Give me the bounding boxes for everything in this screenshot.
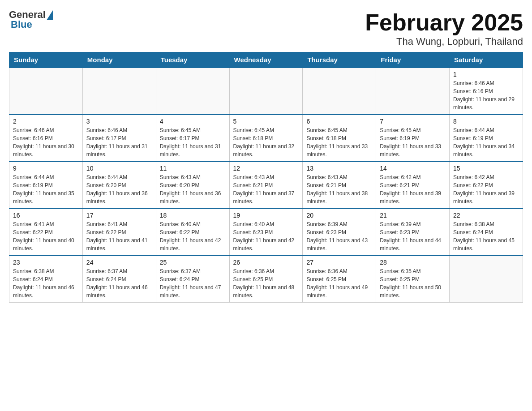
day-info: Sunrise: 6:36 AMSunset: 6:25 PMDaylight:… <box>233 267 299 300</box>
day-number: 24 <box>86 259 152 266</box>
day-number: 25 <box>160 259 226 266</box>
calendar-header-row: Sunday Monday Tuesday Wednesday Thursday… <box>9 52 523 68</box>
calendar-week-row: 16Sunrise: 6:41 AMSunset: 6:22 PMDayligh… <box>9 209 523 256</box>
day-number: 16 <box>13 212 79 219</box>
day-number: 22 <box>453 212 519 219</box>
day-number: 10 <box>86 165 152 172</box>
table-row: 2Sunrise: 6:46 AMSunset: 6:16 PMDaylight… <box>9 115 83 162</box>
day-info: Sunrise: 6:44 AMSunset: 6:20 PMDaylight:… <box>86 173 152 206</box>
table-row: 7Sunrise: 6:45 AMSunset: 6:19 PMDaylight… <box>376 115 450 162</box>
table-row: 23Sunrise: 6:38 AMSunset: 6:24 PMDayligh… <box>9 256 83 303</box>
table-row: 3Sunrise: 6:46 AMSunset: 6:17 PMDaylight… <box>82 115 156 162</box>
logo-triangle-icon <box>47 10 53 20</box>
day-info: Sunrise: 6:44 AMSunset: 6:19 PMDaylight:… <box>453 126 519 158</box>
day-number: 11 <box>160 165 226 172</box>
calendar-subtitle: Tha Wung, Lopburi, Thailand <box>365 36 523 47</box>
table-row: 28Sunrise: 6:35 AMSunset: 6:25 PMDayligh… <box>376 256 450 303</box>
day-number: 26 <box>233 259 299 266</box>
table-row <box>376 68 450 115</box>
logo: General Blue <box>9 9 53 30</box>
day-info: Sunrise: 6:38 AMSunset: 6:24 PMDaylight:… <box>453 220 519 253</box>
day-number: 17 <box>86 212 152 219</box>
day-info: Sunrise: 6:40 AMSunset: 6:23 PMDaylight:… <box>233 220 299 253</box>
header-monday: Monday <box>82 52 156 68</box>
calendar-week-row: 23Sunrise: 6:38 AMSunset: 6:24 PMDayligh… <box>9 256 523 303</box>
day-info: Sunrise: 6:44 AMSunset: 6:19 PMDaylight:… <box>13 173 79 206</box>
day-number: 2 <box>13 118 79 125</box>
day-number: 4 <box>160 118 226 125</box>
day-info: Sunrise: 6:39 AMSunset: 6:23 PMDaylight:… <box>380 220 446 253</box>
day-info: Sunrise: 6:43 AMSunset: 6:20 PMDaylight:… <box>160 173 226 206</box>
day-number: 7 <box>380 118 446 125</box>
table-row: 15Sunrise: 6:42 AMSunset: 6:22 PMDayligh… <box>450 162 523 209</box>
day-info: Sunrise: 6:45 AMSunset: 6:18 PMDaylight:… <box>233 126 299 158</box>
day-info: Sunrise: 6:35 AMSunset: 6:25 PMDaylight:… <box>380 267 446 300</box>
table-row <box>450 256 523 303</box>
day-number: 6 <box>306 118 372 125</box>
header-tuesday: Tuesday <box>156 52 229 68</box>
day-number: 3 <box>86 118 152 125</box>
day-number: 14 <box>380 165 446 172</box>
day-number: 28 <box>380 259 446 266</box>
day-info: Sunrise: 6:43 AMSunset: 6:21 PMDaylight:… <box>306 173 372 206</box>
calendar-week-row: 1Sunrise: 6:46 AMSunset: 6:16 PMDaylight… <box>9 68 523 115</box>
day-info: Sunrise: 6:39 AMSunset: 6:23 PMDaylight:… <box>306 220 372 253</box>
day-info: Sunrise: 6:37 AMSunset: 6:24 PMDaylight:… <box>86 267 152 300</box>
table-row <box>156 68 229 115</box>
header-friday: Friday <box>376 52 450 68</box>
day-number: 8 <box>453 118 519 125</box>
table-row: 17Sunrise: 6:41 AMSunset: 6:22 PMDayligh… <box>82 209 156 256</box>
table-row: 18Sunrise: 6:40 AMSunset: 6:22 PMDayligh… <box>156 209 229 256</box>
day-number: 19 <box>233 212 299 219</box>
table-row <box>229 68 303 115</box>
header-sunday: Sunday <box>9 52 83 68</box>
header-wednesday: Wednesday <box>229 52 303 68</box>
day-number: 12 <box>233 165 299 172</box>
table-row <box>9 68 83 115</box>
day-info: Sunrise: 6:46 AMSunset: 6:16 PMDaylight:… <box>453 79 519 111</box>
day-number: 21 <box>380 212 446 219</box>
table-row: 22Sunrise: 6:38 AMSunset: 6:24 PMDayligh… <box>450 209 523 256</box>
calendar-title: February 2025 <box>365 9 523 36</box>
day-number: 15 <box>453 165 519 172</box>
day-info: Sunrise: 6:38 AMSunset: 6:24 PMDaylight:… <box>13 267 79 300</box>
table-row: 14Sunrise: 6:42 AMSunset: 6:21 PMDayligh… <box>376 162 450 209</box>
header-saturday: Saturday <box>450 52 523 68</box>
day-number: 13 <box>306 165 372 172</box>
table-row: 11Sunrise: 6:43 AMSunset: 6:20 PMDayligh… <box>156 162 229 209</box>
day-info: Sunrise: 6:45 AMSunset: 6:17 PMDaylight:… <box>160 126 226 158</box>
table-row: 24Sunrise: 6:37 AMSunset: 6:24 PMDayligh… <box>82 256 156 303</box>
table-row: 5Sunrise: 6:45 AMSunset: 6:18 PMDaylight… <box>229 115 303 162</box>
table-row: 13Sunrise: 6:43 AMSunset: 6:21 PMDayligh… <box>303 162 376 209</box>
logo-blue-text: Blue <box>11 19 32 30</box>
day-number: 27 <box>306 259 372 266</box>
day-info: Sunrise: 6:42 AMSunset: 6:22 PMDaylight:… <box>453 173 519 206</box>
day-info: Sunrise: 6:40 AMSunset: 6:22 PMDaylight:… <box>160 220 226 253</box>
table-row <box>303 68 376 115</box>
table-row: 19Sunrise: 6:40 AMSunset: 6:23 PMDayligh… <box>229 209 303 256</box>
table-row: 1Sunrise: 6:46 AMSunset: 6:16 PMDaylight… <box>450 68 523 115</box>
day-info: Sunrise: 6:36 AMSunset: 6:25 PMDaylight:… <box>306 267 372 300</box>
header-thursday: Thursday <box>303 52 376 68</box>
day-info: Sunrise: 6:37 AMSunset: 6:24 PMDaylight:… <box>160 267 226 300</box>
day-number: 18 <box>160 212 226 219</box>
table-row: 4Sunrise: 6:45 AMSunset: 6:17 PMDaylight… <box>156 115 229 162</box>
day-info: Sunrise: 6:46 AMSunset: 6:16 PMDaylight:… <box>13 126 79 158</box>
table-row: 16Sunrise: 6:41 AMSunset: 6:22 PMDayligh… <box>9 209 83 256</box>
table-row <box>82 68 156 115</box>
table-row: 26Sunrise: 6:36 AMSunset: 6:25 PMDayligh… <box>229 256 303 303</box>
calendar-title-block: February 2025 Tha Wung, Lopburi, Thailan… <box>365 9 523 47</box>
calendar-week-row: 2Sunrise: 6:46 AMSunset: 6:16 PMDaylight… <box>9 115 523 162</box>
table-row: 10Sunrise: 6:44 AMSunset: 6:20 PMDayligh… <box>82 162 156 209</box>
day-info: Sunrise: 6:45 AMSunset: 6:18 PMDaylight:… <box>306 126 372 158</box>
day-info: Sunrise: 6:45 AMSunset: 6:19 PMDaylight:… <box>380 126 446 158</box>
page-header: General Blue February 2025 Tha Wung, Lop… <box>9 9 523 47</box>
calendar-table: Sunday Monday Tuesday Wednesday Thursday… <box>9 52 523 303</box>
day-number: 9 <box>13 165 79 172</box>
table-row: 20Sunrise: 6:39 AMSunset: 6:23 PMDayligh… <box>303 209 376 256</box>
table-row: 25Sunrise: 6:37 AMSunset: 6:24 PMDayligh… <box>156 256 229 303</box>
day-info: Sunrise: 6:41 AMSunset: 6:22 PMDaylight:… <box>13 220 79 253</box>
day-info: Sunrise: 6:42 AMSunset: 6:21 PMDaylight:… <box>380 173 446 206</box>
table-row: 6Sunrise: 6:45 AMSunset: 6:18 PMDaylight… <box>303 115 376 162</box>
day-number: 1 <box>453 71 519 78</box>
